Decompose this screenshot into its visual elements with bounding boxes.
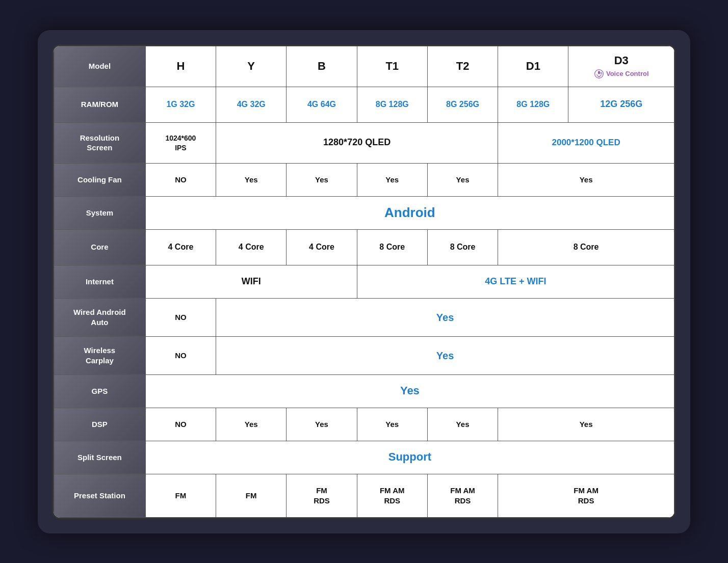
core-y-val: 4 Core [239,243,264,251]
model-h: H [145,46,216,87]
internet-lte: 4G LTE + WIFI [357,265,674,298]
ram-y-val: 4G 32G [237,100,266,109]
internet-wifi-val: WIFI [242,276,261,286]
row-internet: Internet WIFI 4G LTE + WIFI [54,265,674,298]
ram-y: 4G 32G [216,87,287,122]
res-mid: 1280*720 QLED [216,122,498,163]
core-d-val: 8 Core [574,243,599,251]
cooling-t1: Yes [357,163,427,196]
header-ram: RAM/ROM [54,87,146,122]
header-wireless-label: WirelessCarplay [84,346,116,365]
wireless-no: NO [145,336,216,374]
dsp-t2: Yes [427,408,498,441]
header-system: System [54,196,146,229]
row-split: Split Screen Support [54,441,674,474]
header-preset: Preset Station [54,474,146,517]
header-ram-label: RAM/ROM [81,100,118,109]
ram-d1-val: 8G 128G [516,100,550,109]
row-gps: GPS Yes [54,374,674,408]
wireless-no-val: NO [175,351,187,360]
header-gps-label: GPS [92,387,108,395]
row-dsp: DSP NO Yes Yes Yes Yes Yes [54,408,674,441]
cooling-b: Yes [287,163,357,196]
model-y-label: Y [247,60,255,72]
header-gps: GPS [54,374,146,408]
model-h-label: H [176,60,185,72]
dsp-d: Yes [498,408,674,441]
dsp-h: NO [145,408,216,441]
header-model: Model [54,46,146,87]
res-h-val: 1024*600IPS [165,134,196,152]
gps-yes-val: Yes [400,384,420,397]
ram-t1-val: 8G 128G [376,100,409,109]
dsp-t1: Yes [357,408,427,441]
model-d1: D1 [498,46,568,87]
header-split-label: Split Screen [77,453,122,462]
cooling-y: Yes [216,163,287,196]
model-y: Y [216,46,287,87]
model-d1-label: D1 [526,60,540,72]
dsp-t1-val: Yes [385,420,399,428]
core-b-val: 4 Core [309,243,334,251]
preset-b: FMRDS [287,474,357,517]
internet-wifi: WIFI [145,265,357,298]
res-d: 2000*1200 QLED [498,122,674,163]
core-y: 4 Core [216,229,287,265]
res-h: 1024*600IPS [145,122,216,163]
dsp-h-val: NO [175,420,187,428]
comparison-table: Model H Y B T1 T2 D1 [54,46,674,518]
wireless-yes: Yes [216,336,674,374]
core-t1-val: 8 Core [379,243,405,251]
row-wired: Wired AndroidAuto NO Yes [54,298,674,336]
core-d: 8 Core [498,229,674,265]
preset-t1-val: FM AMRDS [380,486,405,505]
core-t1: 8 Core [357,229,427,265]
cooling-b-val: Yes [315,175,328,184]
ram-d1: 8G 128G [498,87,568,122]
header-resolution-label: ResolutionScreen [80,133,120,152]
voice-control-label: Voice Control [606,70,649,78]
header-wireless: WirelessCarplay [54,336,146,374]
row-wireless: WirelessCarplay NO Yes [54,336,674,374]
cooling-t2: Yes [427,163,498,196]
svg-point-3 [601,72,602,74]
ram-b-val: 4G 64G [307,100,336,109]
table-wrapper: Model H Y B T1 T2 D1 [52,44,676,519]
core-t2-val: 8 Core [450,243,476,251]
ram-d3-val: 12G 256G [600,99,642,109]
model-b: B [287,46,357,87]
model-t1: T1 [357,46,427,87]
model-d3-label: D3 [614,53,629,68]
cooling-d: Yes [498,163,674,196]
row-ram: RAM/ROM 1G 32G 4G 32G 4G 64G 8G 128G 8G … [54,87,674,122]
header-wired-label: Wired AndroidAuto [73,308,126,327]
preset-y-val: FM [246,491,257,500]
cooling-h: NO [145,163,216,196]
header-model-label: Model [89,62,111,70]
preset-y: FM [216,474,287,517]
row-resolution: ResolutionScreen 1024*600IPS 1280*720 QL… [54,122,674,163]
header-internet: Internet [54,265,146,298]
dsp-b-val: Yes [315,420,328,428]
ram-h-val: 1G 32G [166,100,195,109]
ram-t2: 8G 256G [427,87,498,122]
header-wired: Wired AndroidAuto [54,298,146,336]
cooling-h-val: NO [175,175,187,184]
row-preset: Preset Station FM FM FMRDS FM AMRDS FM A… [54,474,674,517]
core-t2: 8 Core [427,229,498,265]
core-h-val: 4 Core [168,243,194,251]
split-support: Support [145,441,674,474]
dsp-y: Yes [216,408,287,441]
model-t1-label: T1 [385,60,399,72]
svg-point-4 [602,73,603,74]
header-cooling: Cooling Fan [54,163,146,196]
header-system-label: System [86,208,113,217]
preset-t2-val: FM AMRDS [450,486,475,505]
wired-yes-val: Yes [436,312,454,323]
svg-point-1 [598,71,600,74]
row-cooling: Cooling Fan NO Yes Yes Yes Yes Y [54,163,674,196]
internet-lte-val: 4G LTE + WIFI [485,276,546,286]
dsp-y-val: Yes [245,420,258,428]
model-d3-container: D3 Voice Control [573,53,670,79]
model-d3: D3 Voice Control [568,46,674,87]
